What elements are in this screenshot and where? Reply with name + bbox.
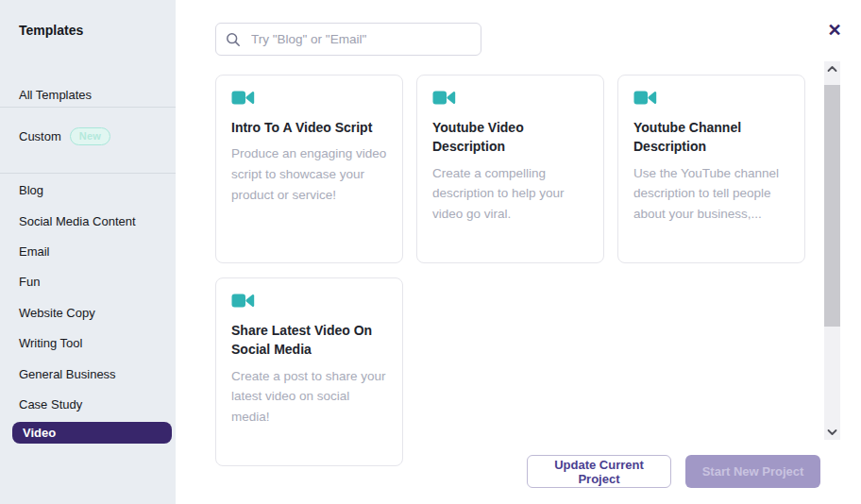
video-camera-icon <box>231 90 387 109</box>
new-badge: New <box>70 127 110 145</box>
card-title: Intro To A Video Script <box>231 118 387 137</box>
sidebar-item-blog[interactable]: Blog <box>19 183 43 197</box>
sidebar-item-email[interactable]: Email <box>19 244 50 259</box>
video-camera-icon <box>432 90 588 109</box>
card-description: Create a compelling description to help … <box>432 163 588 226</box>
template-card-youtube-channel-description[interactable]: Youtube Channel Description Use the YouT… <box>617 75 805 263</box>
card-title: Share Latest Video On Social Media <box>231 321 387 360</box>
search-input[interactable] <box>249 31 471 47</box>
template-card-share-latest-video[interactable]: Share Latest Video On Social Media Creat… <box>215 277 403 466</box>
video-camera-icon <box>231 293 387 312</box>
sidebar-item-fun[interactable]: Fun <box>19 275 40 289</box>
video-camera-icon <box>633 90 789 109</box>
divider <box>0 107 176 108</box>
custom-label: Custom <box>19 129 61 143</box>
scroll-down-icon[interactable] <box>824 425 840 440</box>
sidebar-item-all-templates[interactable]: All Templates <box>19 88 92 102</box>
template-cards-grid: Intro To A Video Script Produce an engag… <box>215 75 819 466</box>
template-card-intro-video-script[interactable]: Intro To A Video Script Produce an engag… <box>215 75 403 263</box>
sidebar-title: Templates <box>19 23 83 38</box>
card-description: Create a post to share your latest video… <box>231 366 387 428</box>
divider <box>0 173 176 174</box>
sidebar-item-writing-tool[interactable]: Writing Tool <box>19 336 82 350</box>
search-icon <box>226 32 241 47</box>
template-picker-modal: Templates All Templates Custom New Blog … <box>0 0 861 504</box>
sidebar-item-video-selected[interactable]: Video <box>12 422 172 444</box>
scrollbar-thumb[interactable] <box>824 85 840 327</box>
vertical-scrollbar <box>824 61 840 440</box>
template-card-youtube-video-description[interactable]: Youtube Video Description Create a compe… <box>416 75 604 263</box>
start-new-project-button[interactable]: Start New Project <box>685 455 820 488</box>
sidebar: Templates All Templates Custom New Blog … <box>0 0 176 504</box>
scroll-up-icon[interactable] <box>824 61 840 76</box>
close-icon[interactable]: ✕ <box>823 19 846 42</box>
sidebar-item-case-study[interactable]: Case Study <box>19 397 82 412</box>
card-title: Youtube Channel Description <box>633 118 789 157</box>
search-bar <box>215 23 481 56</box>
card-title: Youtube Video Description <box>432 118 588 157</box>
update-current-project-button[interactable]: Update Current Project <box>527 455 671 488</box>
card-description: Use the YouTube channel description to t… <box>633 163 789 226</box>
sidebar-item-general-business[interactable]: General Business <box>19 367 116 381</box>
sidebar-item-social-media-content[interactable]: Social Media Content <box>19 214 136 228</box>
sidebar-item-custom[interactable]: Custom New <box>19 127 110 145</box>
sidebar-item-website-copy[interactable]: Website Copy <box>19 306 95 320</box>
card-description: Produce an engaging video script to show… <box>231 143 387 206</box>
